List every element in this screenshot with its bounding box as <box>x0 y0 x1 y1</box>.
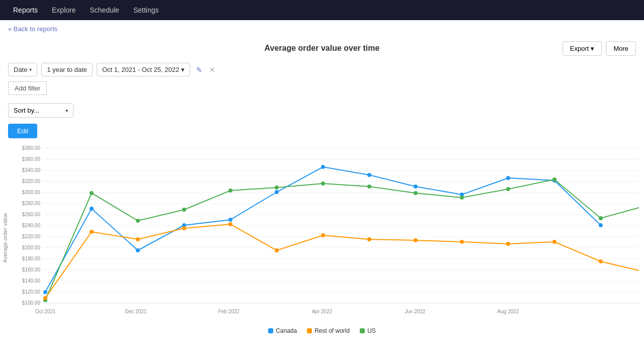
page-header: Average order value over time Export ▾ M… <box>0 38 644 57</box>
us-point <box>414 191 418 195</box>
svg-text:Jun 2022: Jun 2022 <box>405 309 426 314</box>
us-point <box>275 186 279 190</box>
canada-legend-dot <box>268 328 273 333</box>
svg-text:$120.00: $120.00 <box>22 289 41 295</box>
svg-text:Aug 2022: Aug 2022 <box>498 309 519 314</box>
row-point <box>599 259 603 263</box>
export-button[interactable]: Export ▾ <box>562 41 602 56</box>
filter-remove-icon[interactable]: ✕ <box>208 66 216 74</box>
svg-rect-1 <box>43 147 639 303</box>
sort-select[interactable]: Sort by... <box>8 103 73 118</box>
filter-area: Date ▾ 1 year to date Oct 1, 2021 - Oct … <box>0 57 644 101</box>
legend-rest-of-world: Rest of world <box>307 327 350 334</box>
range-filter-label: 1 year to date <box>47 66 87 73</box>
header-actions: Export ▾ More <box>562 41 636 56</box>
canada-legend-label: Canada <box>276 327 297 334</box>
canada-line <box>45 167 601 292</box>
svg-text:$380.00: $380.00 <box>22 145 41 151</box>
svg-text:$200.00: $200.00 <box>22 245 41 250</box>
range-filter-chip[interactable]: 1 year to date <box>41 63 93 76</box>
edit-button[interactable]: Edit <box>8 124 37 138</box>
canada-point <box>136 248 140 252</box>
nav-schedule[interactable]: Schedule <box>83 0 126 20</box>
svg-text:Average order value: Average order value <box>2 213 8 263</box>
row-point <box>460 240 464 244</box>
row-legend-dot <box>307 328 312 333</box>
add-filter-button[interactable]: Add filter <box>8 81 47 95</box>
svg-text:$320.00: $320.00 <box>22 178 41 184</box>
nav-settings[interactable]: Settings <box>126 0 166 20</box>
canada-point <box>367 173 371 177</box>
svg-text:$260.00: $260.00 <box>22 212 41 217</box>
canada-point <box>43 290 47 294</box>
us-point <box>367 185 371 189</box>
row-point <box>43 296 47 300</box>
svg-text:$220.00: $220.00 <box>22 234 41 239</box>
svg-text:$300.00: $300.00 <box>22 190 41 195</box>
date-filter-caret-icon: ▾ <box>29 67 32 72</box>
export-caret-icon: ▾ <box>591 45 594 52</box>
legend-canada: Canada <box>268 327 297 334</box>
chart-wrapper: Average order value $100.00 $120.00 $140… <box>0 142 644 336</box>
filter-edit-icon[interactable]: ✎ <box>194 66 204 74</box>
canada-point <box>228 218 232 222</box>
row-point <box>367 237 371 241</box>
nav-explore[interactable]: Explore <box>45 0 83 20</box>
us-point <box>460 196 464 200</box>
row-point <box>275 248 279 252</box>
svg-text:$180.00: $180.00 <box>22 256 41 261</box>
svg-text:$240.00: $240.00 <box>22 223 41 228</box>
back-to-reports-link[interactable]: « Back to reports <box>0 20 65 38</box>
filter-row: Date ▾ 1 year to date Oct 1, 2021 - Oct … <box>8 63 636 76</box>
row-point <box>506 242 510 246</box>
svg-text:Dec 2021: Dec 2021 <box>125 309 147 314</box>
line-chart: Average order value $100.00 $120.00 $140… <box>0 142 644 323</box>
canada-point <box>275 190 279 194</box>
svg-text:$140.00: $140.00 <box>22 278 41 284</box>
row-legend-label: Rest of world <box>314 327 350 334</box>
sort-row: Sort by... <box>0 101 644 122</box>
row-point <box>136 237 140 241</box>
canada-point <box>599 223 603 227</box>
row-point <box>321 233 325 237</box>
legend-us: US <box>360 327 376 334</box>
date-filter-chip[interactable]: Date ▾ <box>8 63 37 76</box>
canada-point <box>506 176 510 180</box>
us-legend-dot <box>360 328 365 333</box>
us-line <box>45 179 639 300</box>
svg-text:$100.00: $100.00 <box>22 300 41 306</box>
row-point <box>228 222 232 226</box>
us-legend-label: US <box>367 327 376 334</box>
row-point <box>182 226 186 230</box>
svg-text:$280.00: $280.00 <box>22 201 41 206</box>
date-range-caret-icon: ▾ <box>181 66 185 73</box>
row-point <box>90 230 94 234</box>
canada-point <box>321 165 325 169</box>
canada-point <box>90 207 94 211</box>
page-title: Average order value over time <box>265 44 380 53</box>
us-point <box>182 208 186 212</box>
canada-point <box>414 185 418 189</box>
us-point <box>90 191 94 195</box>
us-point <box>136 219 140 223</box>
us-point <box>599 216 603 220</box>
us-point <box>321 182 325 186</box>
nav-reports[interactable]: Reports <box>6 0 45 20</box>
sort-wrapper: Sort by... <box>8 103 73 118</box>
us-point <box>506 187 510 191</box>
more-button[interactable]: More <box>606 41 636 56</box>
add-filter-row: Add filter <box>8 81 636 95</box>
row-point <box>552 240 556 244</box>
chart-legend: Canada Rest of world US <box>0 323 644 336</box>
svg-text:$340.00: $340.00 <box>22 167 41 173</box>
top-navigation: Reports Explore Schedule Settings <box>0 0 644 20</box>
rest-of-world-line <box>45 224 639 298</box>
date-filter-label: Date <box>14 66 27 73</box>
us-point <box>228 189 232 193</box>
svg-text:Apr 2022: Apr 2022 <box>312 309 333 314</box>
date-range-value[interactable]: Oct 1, 2021 - Oct 25, 2022 ▾ <box>97 63 190 76</box>
svg-text:Oct 2021: Oct 2021 <box>35 309 56 314</box>
us-point <box>552 177 556 182</box>
svg-text:$360.00: $360.00 <box>22 156 41 162</box>
row-point <box>414 238 418 242</box>
